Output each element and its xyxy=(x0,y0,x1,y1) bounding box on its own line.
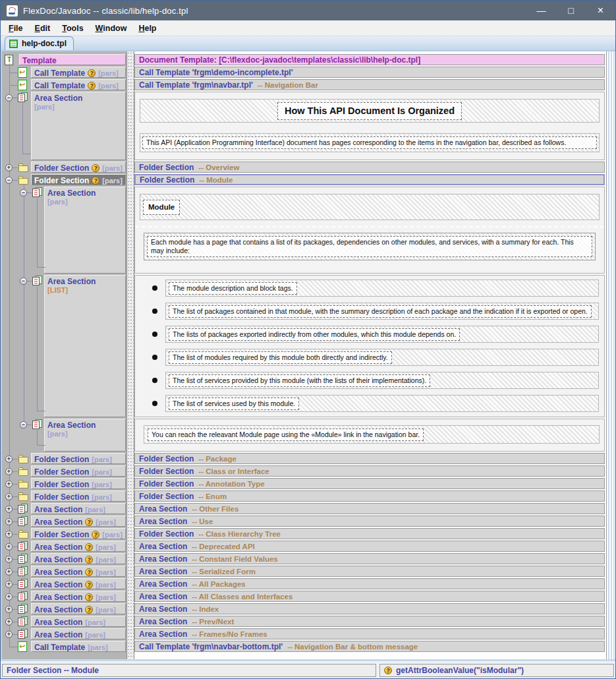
tree-node-area-section-22[interactable]: +Area Section[pars] xyxy=(2,616,126,627)
tree-node-area-section-13[interactable]: +Area Section[pars] xyxy=(2,503,126,514)
tree-node-label[interactable]: Call Template?[pars] xyxy=(31,79,126,90)
template-text-element[interactable]: How This API Document Is Organized xyxy=(277,102,462,120)
template-text-element[interactable]: The list of services provided by this mo… xyxy=(169,374,430,387)
section-header-row-12[interactable]: Folder Section-- Enum xyxy=(134,490,605,502)
section-header-row-21[interactable]: Area Section-- Index xyxy=(134,603,605,614)
collapse-minus-icon[interactable]: − xyxy=(20,278,27,285)
expand-plus-icon[interactable]: + xyxy=(5,531,13,538)
tree-node-label[interactable]: Template xyxy=(19,54,126,65)
expand-plus-icon[interactable]: + xyxy=(5,481,13,488)
tree-node-label[interactable]: Call Template?[pars] xyxy=(31,67,126,78)
menu-item-edit[interactable]: Edit xyxy=(29,22,57,35)
tree-node-area-section-21[interactable]: +Area Section?[pars] xyxy=(2,603,126,614)
expand-plus-icon[interactable]: + xyxy=(5,556,13,563)
tree-node-label[interactable]: Folder Section?[pars] xyxy=(31,174,126,185)
tree-node-label[interactable]: Area Section[LIST] xyxy=(44,275,126,417)
template-text-element[interactable]: The module description and block tags. xyxy=(169,282,297,295)
tree-node-label[interactable]: Call Template[pars] xyxy=(31,641,126,652)
section-header-row-13[interactable]: Area Section-- Other Files xyxy=(134,503,605,514)
tree-node-area-section-20[interactable]: +Area Section?[pars] xyxy=(2,591,126,602)
tree-node-label[interactable]: Area Section[pars] xyxy=(31,616,126,627)
section-header-row-23[interactable]: Area Section-- Frames/No Frames xyxy=(134,628,605,639)
section-header-row-14[interactable]: Area Section-- Use xyxy=(134,516,605,527)
template-text-element[interactable]: Each module has a page that contains a l… xyxy=(147,236,592,257)
section-header-row-16[interactable]: Area Section-- Deprecated API xyxy=(134,541,605,552)
expand-plus-icon[interactable]: + xyxy=(5,468,13,475)
section-header-row-22[interactable]: Area Section-- Prev/Next xyxy=(134,616,605,627)
tree-node-call-template-2[interactable]: Call Template?[pars] xyxy=(2,79,126,90)
tree-node-area-section-17[interactable]: +Area Section?[pars] xyxy=(2,553,126,564)
tree-node-label[interactable]: Area Section?[pars] xyxy=(31,578,126,589)
tree-node-label[interactable]: Area Section[pars] xyxy=(31,92,126,160)
minimize-button[interactable]: — xyxy=(526,1,556,20)
collapse-minus-icon[interactable]: − xyxy=(5,177,13,184)
expand-plus-icon[interactable]: + xyxy=(5,506,13,513)
section-header-row-20[interactable]: Area Section-- All Classes and Interface… xyxy=(134,591,605,602)
tree-node-label[interactable]: Folder Section?[pars] xyxy=(31,528,126,539)
expand-plus-icon[interactable]: + xyxy=(5,593,13,601)
maximize-button[interactable]: □ xyxy=(556,1,586,20)
template-text-element[interactable]: The lists of packages exported indirectl… xyxy=(169,328,460,341)
template-text-element[interactable]: The list of services used by this module… xyxy=(169,398,299,410)
tree-node-area-section-8[interactable]: −Area Section[pars] xyxy=(2,419,126,452)
collapse-minus-icon[interactable]: − xyxy=(20,421,27,428)
section-header-row-2[interactable]: Call Template 'frgm\navbar.tpl'-- Naviga… xyxy=(134,79,605,90)
collapse-minus-icon[interactable]: − xyxy=(5,94,13,102)
tree-node-call-template-1[interactable]: Call Template?[pars] xyxy=(2,67,126,78)
expand-plus-icon[interactable]: + xyxy=(5,631,13,638)
section-header-row-0[interactable]: Document Template: [C:\flexdoc-javadoc\t… xyxy=(134,54,605,65)
section-header-row-1[interactable]: Call Template 'frgm\demo-incomplete.tpl' xyxy=(134,67,605,78)
section-header-row-10[interactable]: Folder Section-- Class or Interface xyxy=(134,465,605,477)
tree-node-template-0[interactable]: Template xyxy=(2,54,126,65)
section-header-row-24[interactable]: Call Template 'frgm\navbar-bottom.tpl'--… xyxy=(134,641,605,652)
tree-node-area-section-14[interactable]: +Area Section?[pars] xyxy=(2,516,126,527)
expand-plus-icon[interactable]: + xyxy=(5,618,13,626)
tree-node-label[interactable]: Folder Section[pars] xyxy=(31,478,126,489)
template-text-element[interactable]: This API (Application Programming Interf… xyxy=(142,136,597,149)
expand-plus-icon[interactable]: + xyxy=(5,568,13,576)
section-header-row-11[interactable]: Folder Section-- Annotation Type xyxy=(134,478,605,489)
section-header-row-17[interactable]: Area Section-- Constant Field Values xyxy=(134,553,605,564)
template-text-element[interactable]: You can reach the releavant Module page … xyxy=(148,428,424,441)
tree-node-folder-section-9[interactable]: +Folder Section[pars] xyxy=(2,453,126,464)
tree-node-area-section-3[interactable]: −Area Section[pars] xyxy=(2,92,126,160)
section-header-row-19[interactable]: Area Section-- All Packages xyxy=(134,578,605,589)
section-header-row-4[interactable]: Folder Section-- Overview xyxy=(134,162,605,173)
expand-plus-icon[interactable]: + xyxy=(5,581,13,588)
tree-node-folder-section-4[interactable]: +Folder Section?[pars] xyxy=(2,162,126,173)
tab-help-doc[interactable]: help-doc.tpl xyxy=(5,36,74,50)
section-header-row-5[interactable]: Folder Section-- Module xyxy=(134,174,605,185)
template-text-element[interactable]: Module xyxy=(143,200,180,215)
section-header-row-18[interactable]: Area Section-- Serialized Form xyxy=(134,566,605,577)
tree-node-label[interactable]: Area Section?[pars] xyxy=(31,541,126,552)
tree-node-call-template-24[interactable]: Call Template[pars] xyxy=(2,641,126,652)
menu-item-window[interactable]: Window xyxy=(90,22,133,35)
section-header-row-9[interactable]: Folder Section-- Package xyxy=(134,453,605,464)
close-button[interactable]: × xyxy=(586,1,615,20)
menu-item-help[interactable]: Help xyxy=(132,22,162,35)
tree-node-area-section-18[interactable]: +Area Section?[pars] xyxy=(2,566,126,577)
expand-plus-icon[interactable]: + xyxy=(5,543,13,550)
section-header-row-15[interactable]: Folder Section-- Class Hierarchy Tree xyxy=(134,528,605,539)
tree-node-folder-section-15[interactable]: +Folder Section?[pars] xyxy=(2,528,126,539)
split-divider[interactable] xyxy=(126,51,134,659)
menu-item-file[interactable]: File xyxy=(3,22,29,35)
tree-node-label[interactable]: Area Section[pars] xyxy=(31,628,126,639)
tree-node-area-section-23[interactable]: +Area Section[pars] xyxy=(2,628,126,639)
tree-node-folder-section-10[interactable]: +Folder Section[pars] xyxy=(2,465,126,477)
expand-plus-icon[interactable]: + xyxy=(5,456,13,463)
vertical-scrollbar[interactable] xyxy=(606,51,615,659)
tree-node-label[interactable]: Area Section?[pars] xyxy=(31,516,126,527)
collapse-minus-icon[interactable]: − xyxy=(20,189,27,196)
tree-node-label[interactable]: Area Section?[pars] xyxy=(31,553,126,564)
tree-node-area-section-19[interactable]: +Area Section?[pars] xyxy=(2,578,126,589)
template-text-element[interactable]: The list of modules required by this mod… xyxy=(169,351,392,364)
template-text-element[interactable]: The list of packages contained in that m… xyxy=(169,305,592,318)
menu-item-tools[interactable]: Tools xyxy=(56,22,89,35)
tree-node-label[interactable]: Area Section[pars] xyxy=(31,503,126,514)
tree-node-folder-section-5[interactable]: −Folder Section?[pars] xyxy=(2,174,126,185)
expand-plus-icon[interactable]: + xyxy=(5,493,13,500)
tree-node-label[interactable]: Area Section?[pars] xyxy=(31,591,126,602)
tree-node-area-section-6[interactable]: −Area Section[pars] xyxy=(2,187,126,274)
tree-node-label[interactable]: Area Section[pars] xyxy=(44,419,126,452)
